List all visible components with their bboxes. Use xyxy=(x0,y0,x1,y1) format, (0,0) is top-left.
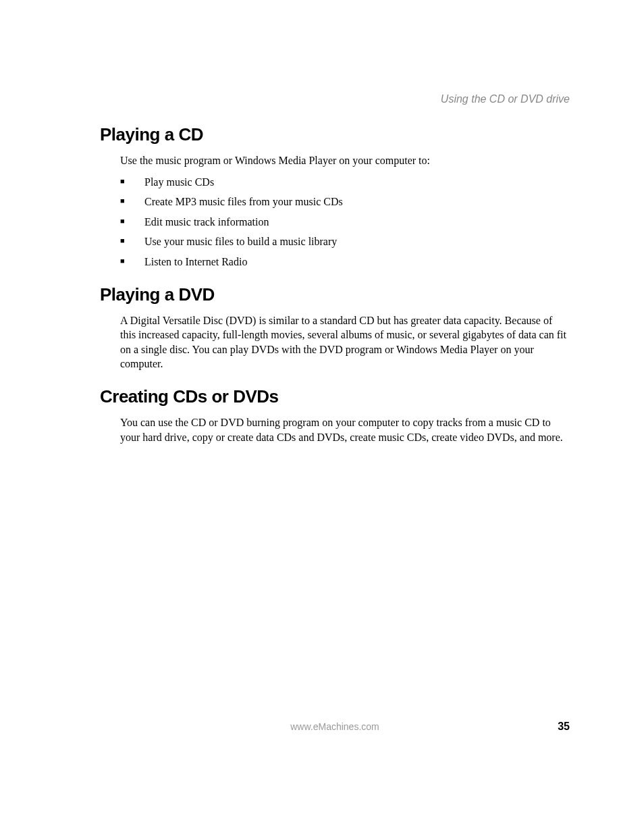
body-text-dvd: A Digital Versatile Disc (DVD) is simila… xyxy=(120,313,570,371)
intro-text: Use the music program or Windows Media P… xyxy=(120,153,570,168)
list-item: Use your music files to build a music li… xyxy=(120,234,570,249)
page-content: Using the CD or DVD drive Playing a CD U… xyxy=(0,0,644,444)
heading-playing-dvd: Playing a DVD xyxy=(100,284,570,305)
section-creating-discs: Creating CDs or DVDs You can use the CD … xyxy=(100,386,570,444)
heading-creating-discs: Creating CDs or DVDs xyxy=(100,386,570,407)
body-text-creating: You can use the CD or DVD burning progra… xyxy=(120,415,570,444)
list-item: Listen to Internet Radio xyxy=(120,255,570,269)
section-playing-cd: Playing a CD Use the music program or Wi… xyxy=(100,124,570,269)
heading-playing-cd: Playing a CD xyxy=(100,124,570,145)
section-playing-dvd: Playing a DVD A Digital Versatile Disc (… xyxy=(100,284,570,371)
footer-url: www.eMachines.com xyxy=(127,721,543,732)
list-item: Edit music track information xyxy=(120,215,570,230)
section-header: Using the CD or DVD drive xyxy=(100,93,570,105)
page-footer: www.eMachines.com 35 xyxy=(0,721,644,733)
bullet-list-cd: Play music CDs Create MP3 music files fr… xyxy=(120,175,570,269)
page-number: 35 xyxy=(543,721,570,733)
list-item: Create MP3 music files from your music C… xyxy=(120,194,570,209)
list-item: Play music CDs xyxy=(120,175,570,190)
